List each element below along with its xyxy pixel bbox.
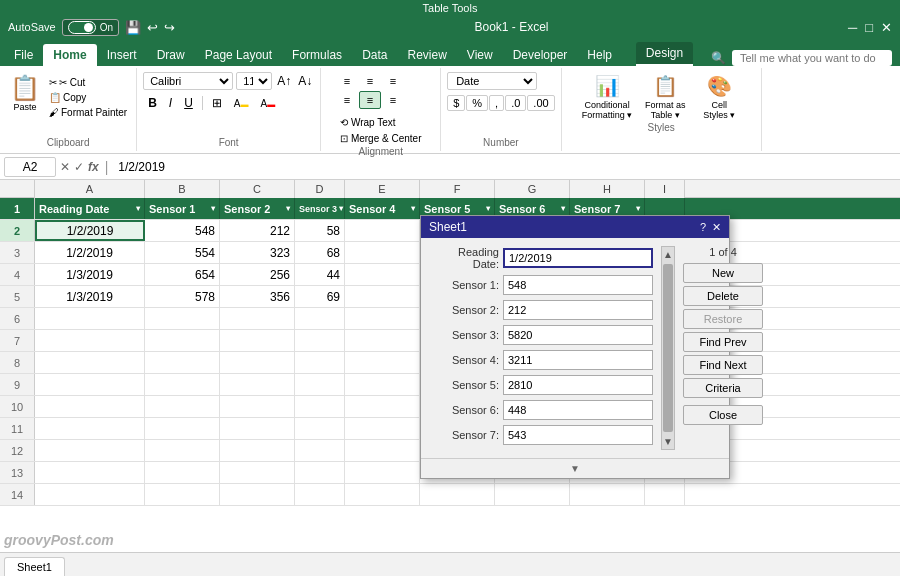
cell-b4[interactable]: 654 xyxy=(145,264,220,285)
col-header-i[interactable]: I xyxy=(645,180,685,198)
formula-input[interactable] xyxy=(114,158,896,176)
align-top-right[interactable]: ≡ xyxy=(382,72,404,90)
field-input-reading-date[interactable] xyxy=(503,248,653,268)
cell-e3[interactable] xyxy=(345,242,420,263)
scroll-up-button[interactable]: ▲ xyxy=(663,247,673,262)
col-header-d[interactable]: D xyxy=(295,180,345,198)
tab-review[interactable]: Review xyxy=(397,44,456,66)
find-prev-button[interactable]: Find Prev xyxy=(683,332,763,352)
scroll-down-button[interactable]: ▼ xyxy=(663,434,673,449)
cell-c6[interactable] xyxy=(220,308,295,329)
cell-b1[interactable]: Sensor 1▾ xyxy=(145,198,220,219)
field-input-sensor5[interactable] xyxy=(503,375,653,395)
field-input-sensor6[interactable] xyxy=(503,400,653,420)
paste-button[interactable]: 📋 Paste xyxy=(6,72,44,114)
font-color-button[interactable]: A▬ xyxy=(256,96,281,111)
cell-c1[interactable]: Sensor 2▾ xyxy=(220,198,295,219)
copy-button[interactable]: 📋 Copy xyxy=(46,91,130,104)
cell-e2[interactable] xyxy=(345,220,420,241)
tab-design[interactable]: Design xyxy=(636,42,693,66)
tab-formulas[interactable]: Formulas xyxy=(282,44,352,66)
align-middle-right[interactable]: ≡ xyxy=(382,91,404,109)
comma-button[interactable]: , xyxy=(489,95,504,111)
cell-styles-button[interactable]: 🎨 CellStyles ▾ xyxy=(694,72,744,122)
cell-reference-box[interactable] xyxy=(4,157,56,177)
format-as-table-button[interactable]: 📋 Format asTable ▾ xyxy=(640,72,690,122)
col-header-c[interactable]: C xyxy=(220,180,295,198)
cell-d2[interactable]: 58 xyxy=(295,220,345,241)
cell-e6[interactable] xyxy=(345,308,420,329)
conditional-formatting-button[interactable]: 📊 ConditionalFormatting ▾ xyxy=(578,72,637,122)
cut-button[interactable]: ✂ ✂ Cut xyxy=(46,76,130,89)
col-header-b[interactable]: B xyxy=(145,180,220,198)
tab-data[interactable]: Data xyxy=(352,44,397,66)
cell-a3[interactable]: 1/2/2019 xyxy=(35,242,145,263)
align-top-center[interactable]: ≡ xyxy=(359,72,381,90)
delete-button[interactable]: Delete xyxy=(683,286,763,306)
tab-view[interactable]: View xyxy=(457,44,503,66)
close-button[interactable]: ✕ xyxy=(881,20,892,35)
undo-icon[interactable]: ↩ xyxy=(147,20,158,35)
cell-c5[interactable]: 356 xyxy=(220,286,295,307)
minimize-button[interactable]: ─ xyxy=(848,20,857,35)
bold-button[interactable]: B xyxy=(143,94,162,112)
decrease-font-icon[interactable]: A↓ xyxy=(296,73,314,89)
col-header-a[interactable]: A xyxy=(35,180,145,198)
cell-b5[interactable]: 578 xyxy=(145,286,220,307)
tab-developer[interactable]: Developer xyxy=(503,44,578,66)
cell-d3[interactable]: 68 xyxy=(295,242,345,263)
autosave-toggle[interactable]: On xyxy=(62,19,119,36)
align-middle-center[interactable]: ≡ xyxy=(359,91,381,109)
tab-draw[interactable]: Draw xyxy=(147,44,195,66)
fill-color-button[interactable]: A▬ xyxy=(229,96,254,111)
tell-me-input[interactable] xyxy=(732,50,892,66)
redo-icon[interactable]: ↪ xyxy=(164,20,175,35)
dialog-close-button[interactable]: ✕ xyxy=(712,221,721,234)
align-middle-left[interactable]: ≡ xyxy=(336,91,358,109)
font-size-select[interactable]: 11 xyxy=(236,72,272,90)
format-painter-button[interactable]: 🖌 Format Painter xyxy=(46,106,130,119)
tab-insert[interactable]: Insert xyxy=(97,44,147,66)
cell-c3[interactable]: 323 xyxy=(220,242,295,263)
dialog-expand-arrow[interactable]: ▼ xyxy=(570,463,580,474)
col-header-g[interactable]: G xyxy=(495,180,570,198)
col-header-f[interactable]: F xyxy=(420,180,495,198)
save-icon[interactable]: 💾 xyxy=(125,20,141,35)
field-input-sensor1[interactable] xyxy=(503,275,653,295)
tab-help[interactable]: Help xyxy=(577,44,622,66)
wrap-text-button[interactable]: ⟲ Wrap Text xyxy=(336,115,426,130)
cell-a5[interactable]: 1/3/2019 xyxy=(35,286,145,307)
cell-a2[interactable]: 1/2/2019 xyxy=(35,220,145,241)
find-next-button[interactable]: Find Next xyxy=(683,355,763,375)
field-input-sensor7[interactable] xyxy=(503,425,653,445)
criteria-button[interactable]: Criteria xyxy=(683,378,763,398)
new-button[interactable]: New xyxy=(683,263,763,283)
tab-file[interactable]: File xyxy=(4,44,43,66)
cell-a4[interactable]: 1/3/2019 xyxy=(35,264,145,285)
cell-a6[interactable] xyxy=(35,308,145,329)
cell-c4[interactable]: 256 xyxy=(220,264,295,285)
decrease-decimal-button[interactable]: .0 xyxy=(505,95,526,111)
table-row[interactable]: 14 xyxy=(0,484,900,506)
italic-button[interactable]: I xyxy=(164,94,177,112)
align-top-left[interactable]: ≡ xyxy=(336,72,358,90)
cell-e5[interactable] xyxy=(345,286,420,307)
merge-center-button[interactable]: ⊡ Merge & Center xyxy=(336,131,426,146)
maximize-button[interactable]: □ xyxy=(865,20,873,35)
increase-font-icon[interactable]: A↑ xyxy=(275,73,293,89)
percent-button[interactable]: % xyxy=(466,95,488,111)
cell-a1[interactable]: Reading Date▾ xyxy=(35,198,145,219)
field-input-sensor4[interactable] xyxy=(503,350,653,370)
insert-function-icon[interactable]: fx xyxy=(88,160,99,174)
close-button-dialog[interactable]: Close xyxy=(683,405,763,425)
cell-b2[interactable]: 548 xyxy=(145,220,220,241)
restore-button[interactable]: Restore xyxy=(683,309,763,329)
increase-decimal-button[interactable]: .00 xyxy=(527,95,554,111)
col-header-e[interactable]: E xyxy=(345,180,420,198)
cell-b6[interactable] xyxy=(145,308,220,329)
scroll-thumb[interactable] xyxy=(663,264,673,432)
cell-d4[interactable]: 44 xyxy=(295,264,345,285)
sheet-tab-sheet1[interactable]: Sheet1 xyxy=(4,557,65,576)
cell-d1[interactable]: Sensor 3▾ xyxy=(295,198,345,219)
currency-button[interactable]: $ xyxy=(447,95,465,111)
